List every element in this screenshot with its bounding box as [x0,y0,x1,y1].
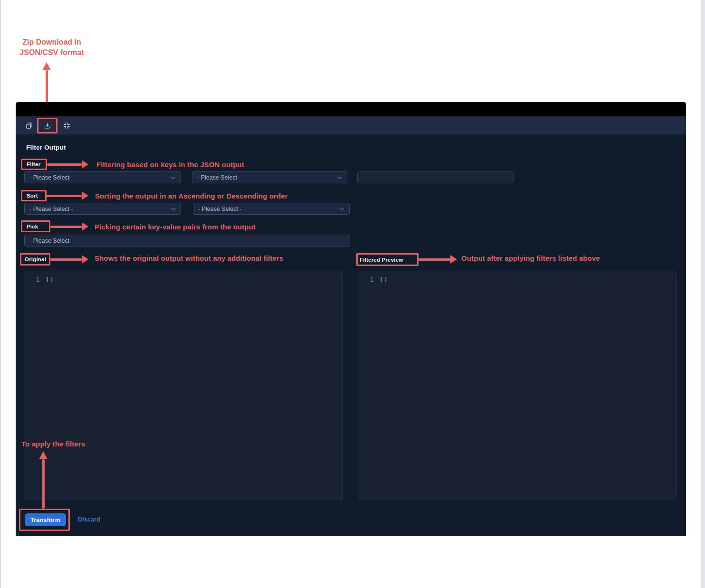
sort-key-select[interactable]: - Please Select - [24,203,181,215]
filter-key-select[interactable]: - Please Select - [24,171,181,183]
sort-label: Sort [27,193,38,199]
panel-toolbar [16,116,686,134]
filter-value-field[interactable] [357,171,514,183]
filter-condition-select-value: - Please Select - [197,174,241,181]
discard-button[interactable]: Discard [78,516,100,523]
filter-value-input[interactable] [362,172,508,183]
annotation-zip-line1: Zip Download in [9,37,95,47]
filtered-preview-code-editor[interactable]: 1 [] [358,271,676,500]
filter-label: Filter [27,161,40,167]
pick-select[interactable]: - Please Select - [24,235,350,247]
code-line: 1 [] [24,271,343,283]
filter-key-select-value: - Please Select - [29,174,73,181]
original-label: Original [25,256,46,262]
original-code-editor[interactable]: 1 [] [24,271,343,500]
annotation-sort-text: Sorting the output in an Ascending or De… [95,192,288,200]
page-title: Filter Output [26,144,66,151]
sort-order-select[interactable]: - Please Select - [193,203,350,215]
annotation-filter-text: Filtering based on keys in the JSON outp… [96,161,244,169]
copy-icon[interactable] [24,121,34,130]
transform-button[interactable]: Transform [25,513,66,526]
annotation-transform-text: To apply the filters [21,440,85,448]
code-line: 1 [] [358,271,676,283]
page: Zip Download in JSON/CSV format [0,0,705,588]
annotation-pick-text: Picking certain key-value pairs from the… [95,223,256,231]
line-number: 1 [24,276,39,283]
collapse-icon[interactable] [62,121,71,130]
sort-key-select-value: - Please Select - [29,206,73,212]
pick-label: Pick [27,224,38,229]
annotation-filtered-preview-text: Output after applying filters listed abo… [461,254,600,262]
annotation-zip-line2: JSON/CSV format [9,47,95,58]
chevron-down-icon [171,206,176,212]
annotation-zip-download-note: Zip Download in JSON/CSV format [9,37,95,58]
chevron-down-icon [339,206,344,212]
download-icon[interactable] [42,121,52,130]
line-number: 1 [358,276,373,283]
chevron-down-icon [171,174,176,181]
code-content: [] [46,276,54,283]
pick-select-value: - Please Select - [29,237,73,244]
code-content: [] [380,276,388,283]
panel-top-black-bar [16,102,686,116]
filtered-preview-label: Filtered Preview [360,257,403,263]
page-scrollbar-track[interactable] [701,0,705,588]
annotation-original-text: Shows the original output without any ad… [95,254,283,262]
page-left-border [0,0,1,588]
sort-order-select-value: - Please Select - [198,206,242,212]
chevron-down-icon [337,174,342,181]
filter-condition-select[interactable]: - Please Select - [192,171,347,183]
